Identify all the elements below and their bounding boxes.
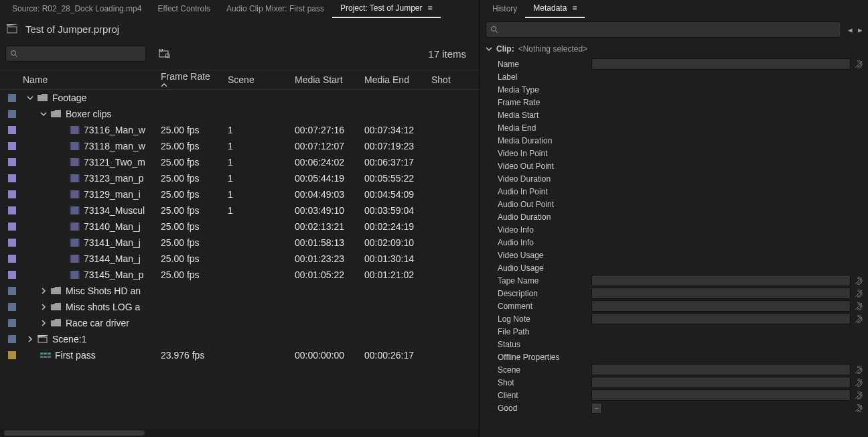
col-framerate[interactable]: Frame Rate: [158, 71, 225, 88]
panel-menu-icon[interactable]: ≡: [572, 3, 577, 13]
svg-rect-26: [70, 223, 71, 231]
item-name: First pass: [55, 350, 96, 361]
meta-input[interactable]: [591, 364, 851, 375]
clip-section-header[interactable]: Clip: <Nothing selected>: [484, 42, 864, 56]
svg-rect-20: [70, 190, 71, 198]
cell-media-end: 00:01:30:14: [362, 253, 429, 264]
meta-input[interactable]: [591, 58, 851, 70]
disclosure-expanded-icon[interactable]: [27, 95, 33, 101]
meta-row-description: Description: [484, 287, 864, 300]
tab-history[interactable]: History: [484, 0, 525, 17]
tab-source-r02-28-dock-loading-mp4[interactable]: Source: R02_28_Dock Loading.mp4: [4, 0, 149, 17]
clip-row[interactable]: 73134_Muscul25.00 fps100:03:49:1000:03:5…: [0, 202, 480, 218]
meta-row-media-end: Media End: [484, 121, 864, 134]
disclosure-collapsed-icon[interactable]: [40, 320, 47, 326]
meta-key: Media End: [484, 123, 590, 133]
new-search-bin-button[interactable]: [158, 47, 171, 60]
meta-input[interactable]: [591, 389, 851, 401]
clip-row[interactable]: 73118_man_w25.00 fps100:07:12:0700:07:19…: [0, 138, 480, 154]
metadata-search[interactable]: [486, 21, 841, 38]
folder-icon: [51, 287, 62, 295]
speech-disabled-icon: [853, 277, 864, 285]
scene-row[interactable]: Scene:1: [0, 331, 480, 347]
panel-menu-icon[interactable]: ≡: [428, 3, 433, 13]
label-chip: [8, 335, 16, 343]
meta-input[interactable]: [591, 300, 851, 312]
scrollbar-thumb[interactable]: [4, 430, 145, 436]
meta-key: Media Type: [484, 85, 590, 95]
tab-project-test-of-jumper[interactable]: Project: Test of Jumper≡: [332, 0, 441, 18]
meta-input[interactable]: [591, 377, 851, 388]
clip-row[interactable]: 73144_Man_j25.00 fps00:01:23:2300:01:30:…: [0, 251, 480, 267]
clip-row[interactable]: 73140_Man_j25.00 fps00:02:13:2100:02:24:…: [0, 218, 480, 235]
label-chip: [8, 126, 16, 134]
cell-framerate: 25.00 fps: [158, 237, 225, 248]
svg-rect-1: [7, 24, 17, 26]
label-chip: [8, 239, 16, 247]
svg-rect-9: [78, 126, 80, 134]
horizontal-scrollbar[interactable]: [0, 429, 480, 437]
tab-metadata[interactable]: Metadata≡: [525, 0, 585, 18]
col-media-end[interactable]: Media End: [362, 74, 429, 85]
meta-key: Media Duration: [484, 136, 590, 145]
meta-key: Scene: [484, 365, 590, 375]
speech-disabled-icon: [853, 391, 864, 399]
tab-audio-clip-mixer-first-pass[interactable]: Audio Clip Mixer: First pass: [218, 0, 332, 17]
prev-button[interactable]: ◂: [848, 25, 853, 35]
meta-checkbox[interactable]: −: [591, 403, 602, 414]
svg-rect-13: [70, 158, 80, 166]
folder-row[interactable]: Misc shots LOG a: [0, 299, 480, 315]
clip-icon: [70, 142, 80, 150]
tab-effect-controls[interactable]: Effect Controls: [149, 0, 218, 17]
meta-input[interactable]: [591, 313, 851, 324]
col-name[interactable]: Name: [20, 74, 158, 85]
folder-row[interactable]: Footage: [0, 90, 480, 106]
disclosure-collapsed-icon[interactable]: [27, 336, 33, 342]
disclosure-collapsed-icon[interactable]: [40, 304, 47, 310]
item-name: 73118_man_w: [84, 141, 145, 151]
folder-row[interactable]: Boxer clips: [0, 106, 480, 122]
svg-rect-25: [70, 223, 80, 231]
meta-key: Audio Duration: [484, 212, 590, 222]
cell-scene: 1: [225, 141, 292, 151]
disclosure-collapsed-icon[interactable]: [40, 288, 47, 294]
item-name: 73134_Muscul: [84, 205, 145, 216]
clip-row[interactable]: 73121_Two_m25.00 fps100:06:24:0200:06:37…: [0, 154, 480, 170]
project-tree[interactable]: FootageBoxer clips73116_Man_w25.00 fps10…: [0, 90, 480, 429]
metadata-search-input[interactable]: [498, 24, 837, 35]
svg-rect-36: [78, 271, 80, 279]
meta-row-media-type: Media Type: [484, 83, 864, 96]
meta-row-log-note: Log Note: [484, 312, 864, 325]
cell-media-end: 00:02:09:10: [362, 237, 429, 248]
clip-row[interactable]: 73145_Man_p25.00 fps00:01:05:2200:01:21:…: [0, 267, 480, 283]
cell-framerate: 25.00 fps: [158, 253, 225, 264]
project-search-input[interactable]: [18, 48, 141, 59]
meta-value: [591, 72, 851, 82]
col-media-start[interactable]: Media Start: [292, 74, 362, 85]
meta-value: [591, 84, 851, 95]
meta-input[interactable]: [591, 288, 851, 299]
item-name: 73145_Man_p: [84, 269, 144, 280]
meta-row-audio-info: Audio Info: [484, 236, 864, 249]
sequence-row[interactable]: First pass23.976 fps00:00:00:0000:00:26:…: [0, 347, 480, 363]
folder-row[interactable]: Race car driver: [0, 315, 480, 331]
meta-key: Audio Usage: [484, 263, 590, 273]
meta-input[interactable]: [591, 275, 851, 286]
next-button[interactable]: ▸: [858, 25, 863, 35]
scene-icon: [38, 335, 48, 343]
meta-row-video-usage: Video Usage: [484, 249, 864, 261]
disclosure-expanded-icon[interactable]: [40, 111, 47, 117]
project-search[interactable]: [5, 46, 146, 62]
clip-icon: [70, 206, 80, 214]
clip-row[interactable]: 73116_Man_w25.00 fps100:07:27:1600:07:34…: [0, 122, 480, 138]
folder-row[interactable]: Misc Shots HD an: [0, 283, 480, 299]
cell-media-start: 00:02:13:21: [292, 221, 362, 232]
label-chip: [8, 255, 16, 263]
clip-row[interactable]: 73141_Man_j25.00 fps00:01:58:1300:02:09:…: [0, 235, 480, 251]
col-scene[interactable]: Scene: [225, 74, 292, 85]
meta-value: [591, 326, 851, 336]
clip-row[interactable]: 73129_man_i25.00 fps100:04:49:0300:04:54…: [0, 186, 480, 202]
cell-media-start: 00:01:05:22: [292, 269, 362, 280]
clip-row[interactable]: 73123_man_p25.00 fps100:05:44:1900:05:55…: [0, 170, 480, 186]
col-shot[interactable]: Shot: [429, 74, 469, 85]
